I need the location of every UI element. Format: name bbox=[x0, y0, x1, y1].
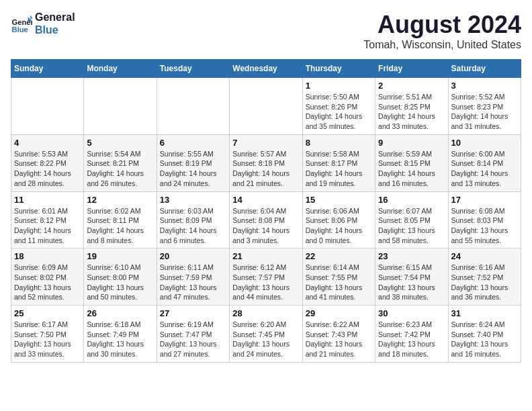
day-info: Sunrise: 5:57 AM Sunset: 8:18 PM Dayligh… bbox=[232, 149, 299, 189]
cell-week5-day0: 25Sunrise: 6:17 AM Sunset: 7:50 PM Dayli… bbox=[11, 306, 84, 363]
cell-week3-day4: 15Sunrise: 6:06 AM Sunset: 8:06 PM Dayli… bbox=[302, 191, 375, 248]
cell-week2-day5: 9Sunrise: 5:59 AM Sunset: 8:15 PM Daylig… bbox=[375, 134, 448, 191]
week-row-4: 18Sunrise: 6:09 AM Sunset: 8:02 PM Dayli… bbox=[11, 248, 521, 306]
cell-week3-day2: 13Sunrise: 6:03 AM Sunset: 8:09 PM Dayli… bbox=[157, 191, 229, 248]
cell-week1-day6: 3Sunrise: 5:52 AM Sunset: 8:23 PM Daylig… bbox=[448, 78, 521, 135]
svg-text:Blue: Blue bbox=[12, 26, 28, 34]
day-number: 6 bbox=[160, 138, 226, 148]
day-number: 25 bbox=[14, 308, 81, 318]
day-number: 10 bbox=[451, 138, 518, 148]
day-info: Sunrise: 6:18 AM Sunset: 7:49 PM Dayligh… bbox=[87, 320, 153, 359]
cell-week1-day3 bbox=[230, 78, 302, 135]
header-tuesday: Tuesday bbox=[157, 60, 229, 78]
calendar-subtitle: Tomah, Wisconsin, United States bbox=[363, 39, 521, 51]
cell-week1-day4: 1Sunrise: 5:50 AM Sunset: 8:26 PM Daylig… bbox=[302, 78, 375, 135]
day-number: 12 bbox=[87, 195, 153, 205]
cell-week2-day3: 7Sunrise: 5:57 AM Sunset: 8:18 PM Daylig… bbox=[230, 134, 302, 191]
day-info: Sunrise: 6:23 AM Sunset: 7:42 PM Dayligh… bbox=[378, 320, 445, 359]
cell-week4-day0: 18Sunrise: 6:09 AM Sunset: 8:02 PM Dayli… bbox=[11, 248, 84, 306]
day-number: 5 bbox=[87, 138, 153, 148]
week-row-5: 25Sunrise: 6:17 AM Sunset: 7:50 PM Dayli… bbox=[11, 306, 521, 363]
day-number: 28 bbox=[232, 308, 299, 318]
day-info: Sunrise: 6:09 AM Sunset: 8:02 PM Dayligh… bbox=[14, 263, 81, 302]
cell-week2-day1: 5Sunrise: 5:54 AM Sunset: 8:21 PM Daylig… bbox=[84, 134, 157, 191]
header-monday: Monday bbox=[84, 60, 157, 78]
day-info: Sunrise: 6:17 AM Sunset: 7:50 PM Dayligh… bbox=[14, 320, 81, 359]
day-info: Sunrise: 6:12 AM Sunset: 7:57 PM Dayligh… bbox=[232, 263, 299, 302]
day-number: 14 bbox=[232, 195, 299, 205]
cell-week3-day6: 17Sunrise: 6:08 AM Sunset: 8:03 PM Dayli… bbox=[448, 191, 521, 248]
cell-week1-day1 bbox=[84, 78, 157, 135]
day-number: 18 bbox=[14, 251, 81, 261]
week-row-1: 1Sunrise: 5:50 AM Sunset: 8:26 PM Daylig… bbox=[11, 78, 521, 135]
day-info: Sunrise: 5:53 AM Sunset: 8:22 PM Dayligh… bbox=[14, 149, 81, 189]
svg-marker-3 bbox=[30, 15, 32, 19]
day-info: Sunrise: 6:07 AM Sunset: 8:05 PM Dayligh… bbox=[378, 206, 445, 246]
day-info: Sunrise: 6:02 AM Sunset: 8:11 PM Dayligh… bbox=[87, 206, 153, 246]
day-info: Sunrise: 5:52 AM Sunset: 8:23 PM Dayligh… bbox=[451, 92, 518, 132]
day-info: Sunrise: 6:04 AM Sunset: 8:08 PM Dayligh… bbox=[232, 206, 299, 246]
day-info: Sunrise: 5:50 AM Sunset: 8:26 PM Dayligh… bbox=[306, 92, 372, 132]
calendar-table: Sunday Monday Tuesday Wednesday Thursday… bbox=[11, 59, 521, 363]
day-number: 4 bbox=[14, 138, 81, 148]
logo-text-line2: Blue bbox=[35, 24, 75, 36]
day-info: Sunrise: 6:16 AM Sunset: 7:52 PM Dayligh… bbox=[451, 263, 518, 302]
day-info: Sunrise: 5:58 AM Sunset: 8:17 PM Dayligh… bbox=[306, 149, 372, 189]
day-info: Sunrise: 6:14 AM Sunset: 7:55 PM Dayligh… bbox=[306, 263, 372, 302]
day-number: 24 bbox=[451, 251, 518, 261]
day-number: 31 bbox=[451, 308, 518, 318]
day-number: 29 bbox=[306, 308, 372, 318]
header-saturday: Saturday bbox=[448, 60, 521, 78]
day-info: Sunrise: 5:54 AM Sunset: 8:21 PM Dayligh… bbox=[87, 149, 153, 189]
day-info: Sunrise: 6:01 AM Sunset: 8:12 PM Dayligh… bbox=[14, 206, 81, 246]
week-row-2: 4Sunrise: 5:53 AM Sunset: 8:22 PM Daylig… bbox=[11, 134, 521, 191]
day-number: 11 bbox=[14, 195, 81, 205]
cell-week5-day4: 29Sunrise: 6:22 AM Sunset: 7:43 PM Dayli… bbox=[302, 306, 375, 363]
cell-week2-day2: 6Sunrise: 5:55 AM Sunset: 8:19 PM Daylig… bbox=[157, 134, 229, 191]
day-number: 30 bbox=[378, 308, 445, 318]
day-number: 27 bbox=[160, 308, 226, 318]
cell-week4-day2: 20Sunrise: 6:11 AM Sunset: 7:59 PM Dayli… bbox=[157, 248, 229, 306]
cell-week4-day3: 21Sunrise: 6:12 AM Sunset: 7:57 PM Dayli… bbox=[230, 248, 302, 306]
day-info: Sunrise: 6:08 AM Sunset: 8:03 PM Dayligh… bbox=[451, 206, 518, 246]
week-row-3: 11Sunrise: 6:01 AM Sunset: 8:12 PM Dayli… bbox=[11, 191, 521, 248]
cell-week3-day5: 16Sunrise: 6:07 AM Sunset: 8:05 PM Dayli… bbox=[375, 191, 448, 248]
cell-week3-day3: 14Sunrise: 6:04 AM Sunset: 8:08 PM Dayli… bbox=[230, 191, 302, 248]
header: General Blue General Blue August 2024 To… bbox=[11, 11, 521, 51]
day-number: 15 bbox=[306, 195, 372, 205]
cell-week5-day2: 27Sunrise: 6:19 AM Sunset: 7:47 PM Dayli… bbox=[157, 306, 229, 363]
header-wednesday: Wednesday bbox=[230, 60, 302, 78]
day-number: 9 bbox=[378, 138, 445, 148]
cell-week1-day5: 2Sunrise: 5:51 AM Sunset: 8:25 PM Daylig… bbox=[375, 78, 448, 135]
logo-icon: General Blue bbox=[11, 13, 32, 34]
day-number: 17 bbox=[451, 195, 518, 205]
cell-week4-day5: 23Sunrise: 6:15 AM Sunset: 7:54 PM Dayli… bbox=[375, 248, 448, 306]
logo: General Blue General Blue bbox=[11, 11, 75, 36]
cell-week4-day1: 19Sunrise: 6:10 AM Sunset: 8:00 PM Dayli… bbox=[84, 248, 157, 306]
cell-week2-day0: 4Sunrise: 5:53 AM Sunset: 8:22 PM Daylig… bbox=[11, 134, 84, 191]
day-number: 2 bbox=[378, 81, 445, 91]
cell-week2-day6: 10Sunrise: 6:00 AM Sunset: 8:14 PM Dayli… bbox=[448, 134, 521, 191]
header-friday: Friday bbox=[375, 60, 448, 78]
cell-week4-day6: 24Sunrise: 6:16 AM Sunset: 7:52 PM Dayli… bbox=[448, 248, 521, 306]
day-info: Sunrise: 6:00 AM Sunset: 8:14 PM Dayligh… bbox=[451, 149, 518, 189]
day-number: 3 bbox=[451, 81, 518, 91]
day-number: 20 bbox=[160, 251, 226, 261]
day-number: 26 bbox=[87, 308, 153, 318]
day-info: Sunrise: 6:10 AM Sunset: 8:00 PM Dayligh… bbox=[87, 263, 153, 302]
cell-week4-day4: 22Sunrise: 6:14 AM Sunset: 7:55 PM Dayli… bbox=[302, 248, 375, 306]
day-number: 7 bbox=[232, 138, 299, 148]
calendar-title: August 2024 bbox=[363, 11, 521, 39]
day-number: 16 bbox=[378, 195, 445, 205]
day-number: 21 bbox=[232, 251, 299, 261]
day-number: 19 bbox=[87, 251, 153, 261]
header-sunday: Sunday bbox=[11, 60, 84, 78]
day-info: Sunrise: 6:06 AM Sunset: 8:06 PM Dayligh… bbox=[306, 206, 372, 246]
day-number: 8 bbox=[306, 138, 372, 148]
cell-week5-day1: 26Sunrise: 6:18 AM Sunset: 7:49 PM Dayli… bbox=[84, 306, 157, 363]
day-info: Sunrise: 6:19 AM Sunset: 7:47 PM Dayligh… bbox=[160, 320, 226, 359]
day-info: Sunrise: 5:51 AM Sunset: 8:25 PM Dayligh… bbox=[378, 92, 445, 132]
day-info: Sunrise: 6:15 AM Sunset: 7:54 PM Dayligh… bbox=[378, 263, 445, 302]
day-number: 22 bbox=[306, 251, 372, 261]
calendar-header-row: Sunday Monday Tuesday Wednesday Thursday… bbox=[11, 60, 521, 78]
